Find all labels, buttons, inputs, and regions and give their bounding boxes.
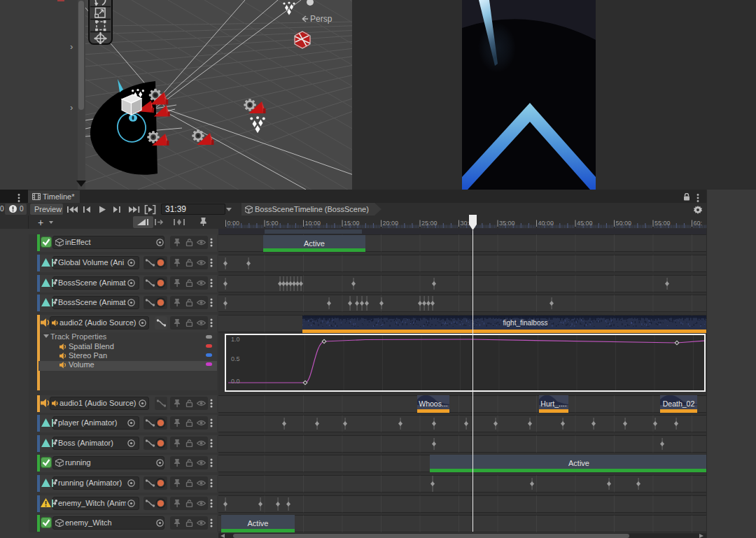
svg-text:35:00: 35:00	[499, 220, 515, 227]
svg-text:5:00: 5:00	[266, 220, 279, 227]
svg-text:20:00: 20:00	[383, 220, 399, 227]
svg-text:0:00: 0:00	[227, 220, 240, 227]
svg-text:25:00: 25:00	[421, 220, 438, 227]
svg-text:60:: 60:	[694, 220, 703, 227]
svg-text:40:00: 40:00	[538, 220, 554, 227]
svg-text:55:00: 55:00	[654, 220, 671, 227]
svg-text:10:00: 10:00	[305, 220, 321, 227]
svg-text:45:00: 45:00	[577, 220, 593, 227]
svg-text:15:00: 15:00	[344, 220, 360, 227]
svg-text:50:00: 50:00	[616, 220, 632, 227]
